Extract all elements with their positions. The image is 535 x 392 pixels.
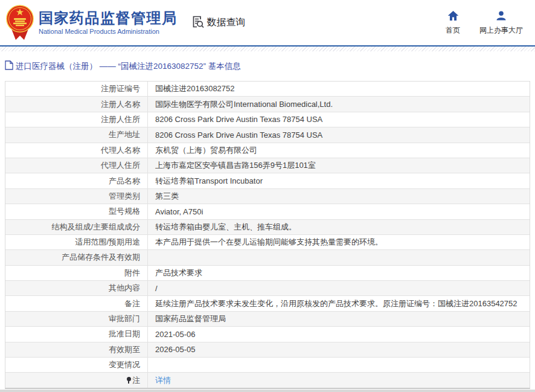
row-value: 延续注册产品技术要求未发生变化，沿用原核发的产品技术要求。原注册证编号：国械注进… xyxy=(148,296,530,310)
table-row: 产品名称转运培养箱Transport Incubator xyxy=(5,173,530,188)
row-value: 2021-05-06 xyxy=(148,327,530,341)
table-row: 产品储存条件及有效期 xyxy=(5,249,530,265)
nav-home-label: 首页 xyxy=(446,25,460,36)
breadcrumb: 进口医疗器械（注册） —— “国械注进20163082752” 基本信息 xyxy=(5,60,530,72)
pin-icon xyxy=(126,377,132,384)
page-icon xyxy=(5,60,16,72)
row-value: 8206 Cross Park Drive Austin Texas 78754… xyxy=(148,127,530,142)
row-label: 附件 xyxy=(5,266,148,280)
row-label: 产品储存条件及有效期 xyxy=(5,250,148,265)
row-label: 产品名称 xyxy=(5,173,148,188)
table-row: 注册人住所8206 Cross Park Drive Austin Texas … xyxy=(5,112,530,127)
footer-strip xyxy=(0,390,535,392)
row-label: 注册证编号 xyxy=(5,82,148,96)
row-value: / xyxy=(148,281,530,295)
nav-service-hall[interactable]: 网上办事大厅 xyxy=(479,10,523,36)
table-row: 生产地址8206 Cross Park Drive Austin Texas 7… xyxy=(5,127,530,142)
table-row: 变更情况 xyxy=(5,357,530,372)
row-value: 2026-05-05 xyxy=(148,342,530,357)
row-label: 适用范围/预期用途 xyxy=(5,235,148,249)
row-label: 代理人住所 xyxy=(5,158,148,173)
row-label: 注 xyxy=(5,373,148,387)
table-row: 管理类别第三类 xyxy=(5,188,530,204)
row-label: 其他内容 xyxy=(5,281,148,295)
row-label: 注册人名称 xyxy=(5,97,148,111)
row-value: 8206 Cross Park Drive Austin Texas 78754… xyxy=(148,112,530,127)
row-value: 国际生物医学有限公司International Biomedical,Ltd. xyxy=(148,97,530,111)
header: 国家药品监督管理局 National Medical Products Admi… xyxy=(0,0,535,45)
row-value: 详情 xyxy=(148,373,530,387)
header-hatch-band xyxy=(0,47,535,51)
row-value: 国械注进20163082752 xyxy=(148,82,530,96)
row-value: 第三类 xyxy=(148,189,530,204)
row-value: 本产品用于提供一个在婴儿运输期间能够支持其热量需要的环境。 xyxy=(148,235,530,249)
row-label: 生产地址 xyxy=(5,127,148,142)
row-value: Aviator, A750i xyxy=(148,204,530,219)
info-table: 注册证编号国械注进20163082752注册人名称国际生物医学有限公司Inter… xyxy=(5,81,530,389)
table-row: 注册证编号国械注进20163082752 xyxy=(5,82,530,96)
row-value: 产品技术要求 xyxy=(148,266,530,280)
agency-name-zh: 国家药品监督管理局 xyxy=(39,10,178,26)
table-row: 有效期至2026-05-05 xyxy=(5,342,530,357)
row-value: 东机贸（上海）贸易有限公司 xyxy=(148,143,530,158)
data-query-tab[interactable]: 数据查询 xyxy=(191,14,246,31)
row-label: 批准日期 xyxy=(5,327,148,341)
row-value: 国家药品监督管理局 xyxy=(148,312,530,326)
document-search-icon xyxy=(191,14,207,31)
table-row: 其他内容/ xyxy=(5,280,530,295)
national-emblem-logo xyxy=(6,4,34,43)
person-icon xyxy=(496,10,507,25)
table-row: 审批部门国家药品监督管理局 xyxy=(5,311,530,326)
row-value: 上海市嘉定区安亭镇昌吉路156弄9号1层101室 xyxy=(148,158,530,173)
row-label: 有效期至 xyxy=(5,342,148,357)
row-label: 注册人住所 xyxy=(5,112,148,127)
table-row: 批准日期2021-05-06 xyxy=(5,326,530,341)
row-label: 型号规格 xyxy=(5,204,148,219)
nav-home[interactable]: 首页 xyxy=(446,10,460,36)
nav-service-hall-label: 网上办事大厅 xyxy=(479,25,523,36)
home-icon xyxy=(447,10,459,25)
agency-name-en: National Medical Products Administration xyxy=(39,28,178,35)
row-label: 管理类别 xyxy=(5,189,148,204)
row-value: 转运培养箱Transport Incubator xyxy=(148,173,530,188)
table-row: 结构及组成/主要组成成分转运培养箱由婴儿室、主机、推车组成。 xyxy=(5,219,530,234)
table-row: 型号规格Aviator, A750i xyxy=(5,204,530,219)
data-query-label: 数据查询 xyxy=(207,16,246,29)
table-row: 代理人住所上海市嘉定区安亭镇昌吉路156弄9号1层101室 xyxy=(5,158,530,173)
row-value: 转运培养箱由婴儿室、主机、推车组成。 xyxy=(148,220,530,234)
breadcrumb-text: 进口医疗器械（注册） —— “国械注进20163082752” 基本信息 xyxy=(16,61,241,72)
row-label: 代理人名称 xyxy=(5,143,148,158)
row-value xyxy=(148,250,530,265)
header-nav: 首页 网上办事大厅 xyxy=(446,10,523,36)
row-label: 审批部门 xyxy=(5,312,148,326)
row-value xyxy=(148,358,530,372)
table-row: 备注延续注册产品技术要求未发生变化，沿用原核发的产品技术要求。原注册证编号：国械… xyxy=(5,295,530,310)
table-row: 注详情 xyxy=(5,372,530,387)
table-row: 附件产品技术要求 xyxy=(5,265,530,280)
row-label: 备注 xyxy=(5,296,148,310)
row-label: 结构及组成/主要组成成分 xyxy=(5,220,148,234)
table-row: 注册人名称国际生物医学有限公司International Biomedical,… xyxy=(5,96,530,111)
detail-link[interactable]: 详情 xyxy=(155,375,171,386)
row-label: 变更情况 xyxy=(5,358,148,372)
table-row: 代理人名称东机贸（上海）贸易有限公司 xyxy=(5,143,530,158)
table-row: 适用范围/预期用途本产品用于提供一个在婴儿运输期间能够支持其热量需要的环境。 xyxy=(5,234,530,249)
agency-title-block: 国家药品监督管理局 National Medical Products Admi… xyxy=(39,10,178,35)
